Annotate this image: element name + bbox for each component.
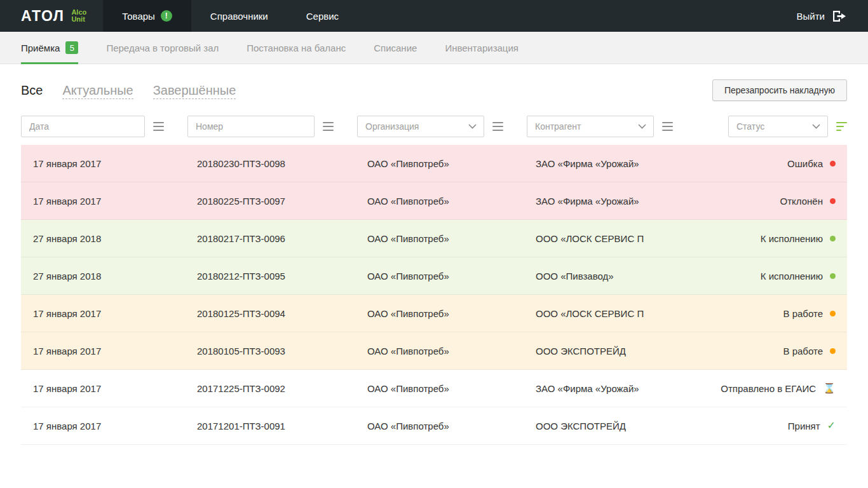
table-row[interactable]: 17 января 2017 20180125-ПТЗ-0094 ОАО «Пи… [21, 295, 847, 332]
tab-peredacha[interactable]: Передача в торговый зал [106, 32, 219, 64]
menu-item-service[interactable]: Сервис [287, 0, 358, 32]
status-sort-active-icon[interactable] [836, 122, 847, 131]
check-icon: ✓ [827, 421, 836, 431]
row-date: 17 января 2017 [21, 158, 185, 169]
row-status: В работе [644, 346, 847, 356]
row-contractor: ООО ЭКСПОТРЕЙД [524, 421, 644, 431]
status-text: В работе [783, 346, 823, 356]
alert-badge: ! [161, 10, 172, 22]
row-contractor: ООО «ЛОСК СЕРВИС ПРО» [524, 233, 644, 244]
row-number: 20180217-ПТЗ-0096 [185, 233, 355, 244]
chip-label: Все [21, 83, 43, 98]
row-status: Отправлено в ЕГАИС ⌛ [644, 383, 847, 394]
tab-label: Передача в торговый зал [106, 43, 219, 53]
status-indicator [830, 311, 836, 316]
status-text: К исполнению [761, 233, 823, 244]
row-organization: ОАО «Пивпотреб» [355, 233, 524, 244]
row-contractor: ООО «ЛОСК СЕРВИС ПРО» [524, 308, 644, 319]
chip-completed[interactable]: Завершённые [153, 83, 236, 98]
table-row[interactable]: 17 января 2017 20171201-ПТЗ-0091 ОАО «Пи… [21, 407, 847, 445]
tab-label: Приёмка [21, 43, 60, 53]
row-date: 17 января 2017 [21, 308, 185, 319]
row-date: 27 января 2018 [21, 233, 185, 244]
logout-icon [832, 10, 847, 22]
row-number: 20171225-ПТЗ-0092 [185, 383, 355, 394]
main-menu: Товары ! Справочники Сервис [103, 0, 358, 32]
status-filter-value: Статус [736, 121, 764, 132]
logo-subtitle: Alco Unit [71, 9, 86, 23]
tab-priemka[interactable]: Приёмка 5 [21, 32, 78, 64]
menu-item-directories[interactable]: Справочники [191, 0, 287, 32]
table-row[interactable]: 17 января 2017 20180230-ПТЗ-0098 ОАО «Пи… [21, 145, 847, 182]
status-filter-select[interactable]: Статус [728, 116, 828, 137]
chevron-down-icon [812, 124, 820, 129]
row-number: 20180225-ПТЗ-0097 [185, 196, 355, 207]
row-number: 20180105-ПТЗ-0093 [185, 346, 355, 356]
tab-postanovka[interactable]: Постановка на баланс [247, 32, 346, 64]
row-organization: ОАО «Пивпотреб» [355, 308, 524, 319]
row-status: К исполнению [644, 271, 847, 281]
row-status: Отклонён [644, 196, 847, 207]
tab-label: Списание [374, 43, 417, 53]
menu-item-label: Справочники [210, 11, 268, 22]
table-row[interactable]: 27 января 2018 20180217-ПТЗ-0096 ОАО «Пи… [21, 220, 847, 257]
tab-label: Инвентаризация [445, 43, 519, 53]
row-status: Принят ✓ [644, 421, 847, 431]
organization-column-menu-icon[interactable] [492, 122, 503, 131]
row-organization: ОАО «Пивпотреб» [355, 196, 524, 207]
menu-item-label: Товары [122, 11, 155, 22]
contractor-filter-value: Контрагент [535, 121, 581, 132]
chip-actual[interactable]: Актуальные [62, 83, 133, 98]
table-row[interactable]: 27 января 2018 20180212-ПТЗ-0095 ОАО «Пи… [21, 257, 847, 295]
row-date: 17 января 2017 [21, 346, 185, 356]
row-organization: ОАО «Пивпотреб» [355, 271, 524, 281]
tab-inventarizaciya[interactable]: Инвентаризация [445, 32, 519, 64]
row-organization: ОАО «Пивпотреб» [355, 346, 524, 356]
status-indicator [830, 348, 836, 354]
status-indicator [830, 273, 836, 279]
contractor-filter-select[interactable]: Контрагент [527, 116, 654, 137]
row-date: 17 января 2017 [21, 421, 185, 431]
atol-logo: АТОЛ Alco Unit [0, 0, 103, 32]
chip-label: Актуальные [62, 83, 133, 99]
filter-chips-row: Все Актуальные Завершённые Перезапросить… [21, 79, 847, 101]
number-filter-input[interactable] [187, 116, 315, 137]
chevron-down-icon [468, 124, 477, 129]
organization-filter-value: Организация [365, 121, 419, 132]
row-number: 20171201-ПТЗ-0091 [185, 421, 355, 431]
hourglass-icon: ⌛ [823, 383, 836, 393]
status-text: Отправлено в ЕГАИС [721, 383, 816, 394]
row-contractor: ЗАО «Фирма «Урожай» [524, 158, 644, 169]
menu-item-goods[interactable]: Товары ! [103, 0, 191, 32]
topbar: АТОЛ Alco Unit Товары ! Справочники Серв… [0, 0, 868, 32]
row-status: К исполнению [644, 233, 847, 244]
section-tabs: Приёмка 5 Передача в торговый зал Постан… [0, 32, 868, 64]
table-row[interactable]: 17 января 2017 20180105-ПТЗ-0093 ОАО «Пи… [21, 332, 847, 370]
logo-text: АТОЛ [21, 8, 64, 25]
status-text: Принят [788, 421, 820, 431]
table-row[interactable]: 17 января 2017 20171225-ПТЗ-0092 ОАО «Пи… [21, 370, 847, 407]
row-contractor: ЗАО «Фирма «Урожай» [524, 196, 644, 207]
row-number: 20180125-ПТЗ-0094 [185, 308, 355, 319]
number-column-menu-icon[interactable] [323, 122, 334, 131]
chip-all[interactable]: Все [21, 83, 43, 98]
logout-button[interactable]: Выйти [797, 0, 868, 32]
requery-invoice-button[interactable]: Перезапросить накладную [712, 79, 847, 101]
row-organization: ОАО «Пивпотреб» [355, 421, 524, 431]
date-filter-input[interactable] [21, 116, 145, 137]
status-text: К исполнению [761, 271, 823, 281]
row-number: 20180230-ПТЗ-0098 [185, 158, 355, 169]
row-number: 20180212-ПТЗ-0095 [185, 271, 355, 281]
count-badge: 5 [65, 41, 78, 54]
contractor-column-menu-icon[interactable] [662, 122, 673, 131]
tab-spisanie[interactable]: Списание [374, 32, 417, 64]
status-text: Отклонён [780, 196, 823, 207]
row-date: 17 января 2017 [21, 196, 185, 207]
row-status: Ошибка [644, 158, 847, 169]
invoice-table: 17 января 2017 20180230-ПТЗ-0098 ОАО «Пи… [21, 145, 847, 445]
table-row[interactable]: 17 января 2017 20180225-ПТЗ-0097 ОАО «Пи… [21, 182, 847, 220]
organization-filter-select[interactable]: Организация [357, 116, 484, 137]
row-contractor: ЗАО «Фирма «Урожай» [524, 383, 644, 394]
logout-label: Выйти [797, 11, 825, 22]
date-column-menu-icon[interactable] [153, 122, 164, 131]
